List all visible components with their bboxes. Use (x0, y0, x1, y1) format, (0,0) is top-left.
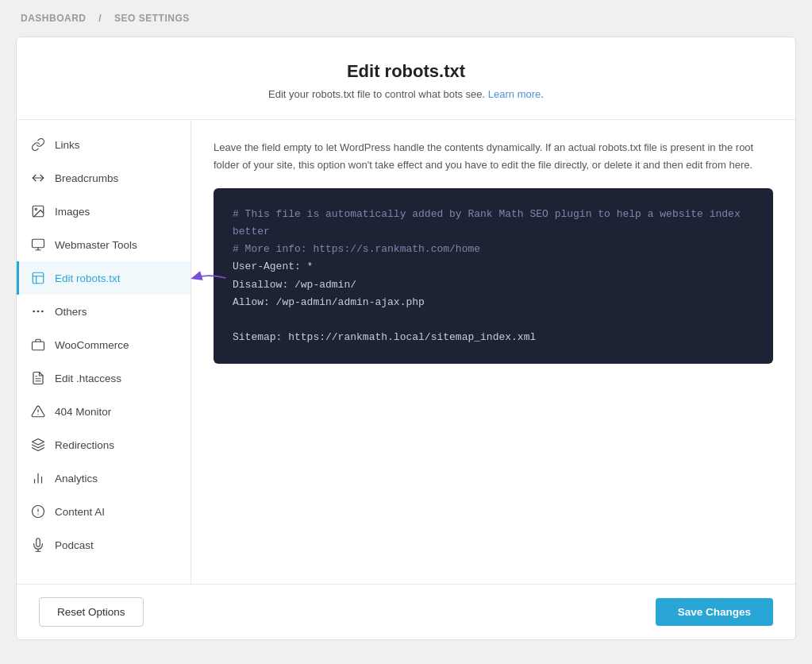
breadcrumbs-icon (29, 169, 47, 187)
redirections-icon (29, 436, 47, 454)
sidebar-label-images: Images (55, 206, 90, 218)
sidebar-label-woocommerce: WooCommerce (55, 339, 129, 351)
webmaster-icon (29, 236, 47, 253)
htaccess-icon (29, 369, 47, 387)
sidebar-label-404-monitor: 404 Monitor (55, 406, 111, 418)
sidebar-item-others[interactable]: Others (17, 295, 190, 328)
monitor-icon (29, 403, 47, 420)
page-title: Edit robots.txt (33, 61, 779, 82)
sidebar-label-webmaster-tools: Webmaster Tools (55, 239, 137, 251)
arrow-svg (189, 268, 229, 288)
sidebar-item-edit-htaccess[interactable]: Edit .htaccess (17, 361, 190, 395)
reset-options-button[interactable]: Reset Options (39, 597, 144, 627)
svg-point-2 (35, 208, 37, 210)
svg-point-10 (37, 311, 39, 312)
sidebar-label-analytics: Analytics (55, 473, 98, 484)
header-description: Edit your robots.txt file to control wha… (33, 88, 779, 100)
sidebar-item-redirections[interactable]: Redirections (17, 428, 190, 461)
sidebar-item-404-monitor[interactable]: 404 Monitor (17, 395, 190, 428)
sidebar: Links Breadcrumbs Images (17, 120, 191, 584)
sidebar-item-links[interactable]: Links (17, 128, 190, 161)
links-icon (29, 136, 47, 153)
breadcrumb-dashboard[interactable]: DASHBOARD (21, 13, 87, 24)
svg-point-12 (33, 311, 35, 312)
arrow-annotation (189, 268, 229, 288)
sidebar-label-content-ai: Content AI (55, 506, 105, 518)
code-editor[interactable]: # This file is automatically added by Ra… (214, 188, 773, 364)
code-line-4: Disallow: /wp-admin/ (233, 276, 754, 294)
sidebar-label-redirections: Redirections (55, 439, 114, 451)
analytics-icon (29, 469, 47, 487)
content-ai-icon (29, 503, 47, 520)
sidebar-item-images[interactable]: Images (17, 195, 190, 228)
description-text: Leave the field empty to let WordPress h… (214, 139, 773, 174)
edit-robots-icon (29, 269, 47, 287)
main-layout: Links Breadcrumbs Images (17, 120, 795, 584)
sidebar-label-links: Links (55, 139, 80, 151)
sidebar-item-woocommerce[interactable]: WooCommerce (17, 328, 190, 361)
sidebar-label-podcast: Podcast (55, 539, 94, 551)
sidebar-label-edit-htaccess: Edit .htaccess (55, 373, 121, 384)
others-icon (29, 303, 47, 320)
svg-point-11 (42, 311, 44, 312)
breadcrumb-current: SEO SETTINGS (114, 13, 190, 24)
learn-more-link[interactable]: Learn more (488, 88, 541, 100)
sidebar-label-breadcrumbs: Breadcrumbs (55, 172, 118, 184)
code-line-3: User-Agent: * (233, 258, 754, 276)
svg-rect-13 (33, 342, 44, 350)
sidebar-item-webmaster-tools[interactable]: Webmaster Tools (17, 228, 190, 261)
sidebar-item-breadcrumbs[interactable]: Breadcrumbs (17, 161, 190, 195)
sidebar-item-edit-robots[interactable]: Edit robots.txt (17, 261, 190, 295)
code-line-6 (233, 311, 754, 329)
breadcrumb-separator: / (98, 13, 102, 24)
woocommerce-icon (29, 336, 47, 353)
sidebar-label-edit-robots: Edit robots.txt (55, 272, 121, 284)
save-changes-button[interactable]: Save Changes (656, 598, 773, 626)
sidebar-item-analytics[interactable]: Analytics (17, 461, 190, 495)
svg-marker-18 (33, 439, 44, 446)
sidebar-item-podcast[interactable]: Podcast (17, 528, 190, 562)
code-line-7: Sitemap: https://rankmath.local/sitemap_… (233, 329, 754, 346)
sidebar-label-others: Others (55, 306, 87, 318)
code-line-1: # This file is automatically added by Ra… (233, 206, 754, 241)
code-line-2: # More info: https://s.rankmath.com/home (233, 241, 754, 258)
podcast-icon (29, 536, 47, 554)
svg-rect-3 (33, 239, 44, 248)
content-area: Leave the field empty to let WordPress h… (191, 120, 795, 584)
code-line-5: Allow: /wp-admin/admin-ajax.php (233, 294, 754, 311)
footer-bar: Reset Options Save Changes (17, 584, 795, 639)
svg-rect-6 (33, 272, 44, 284)
breadcrumb: DASHBOARD / SEO SETTINGS (0, 0, 812, 37)
main-container: Edit robots.txt Edit your robots.txt fil… (16, 37, 796, 640)
images-icon (29, 203, 47, 220)
sidebar-item-content-ai[interactable]: Content AI (17, 495, 190, 528)
header-panel: Edit robots.txt Edit your robots.txt fil… (17, 37, 795, 120)
